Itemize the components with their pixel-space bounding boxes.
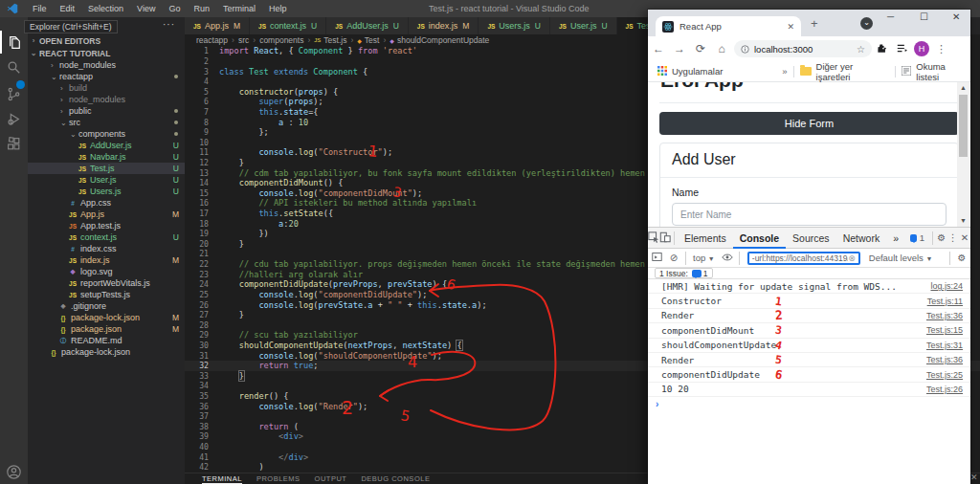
tab-search-button[interactable]: ⌄ xyxy=(860,17,873,30)
new-tab-button[interactable]: + xyxy=(811,16,818,31)
devtools-tab-sources[interactable]: Sources xyxy=(786,228,836,249)
console-prompt[interactable]: › xyxy=(648,397,970,410)
menu-selection[interactable]: Selection xyxy=(81,4,130,13)
clear-filter-icon[interactable]: ⊗ xyxy=(848,253,856,263)
editor-tab-app-js[interactable]: JSApp.jsM xyxy=(185,17,249,34)
source-link[interactable]: Test.js:15 xyxy=(926,325,963,335)
breadcrumb-item[interactable]: src xyxy=(238,35,249,45)
tree-item-app-js[interactable]: JSApp.jsM xyxy=(28,209,185,220)
devtools-settings-icon[interactable]: ⚙ xyxy=(936,232,947,243)
console-messages-icon[interactable] xyxy=(910,234,917,242)
tree-item-test-js[interactable]: JSTest.jsU xyxy=(28,163,185,174)
breadcrumb-item[interactable]: shouldComponentUpdate xyxy=(397,35,489,45)
issues-chip[interactable]: 1 Issue: 1 xyxy=(655,268,713,278)
live-expression-eye-icon[interactable] xyxy=(719,253,736,264)
bookmark-apps[interactable]: Uygulamalar xyxy=(672,66,723,77)
clear-console-icon[interactable]: ⊘ xyxy=(665,253,682,263)
tree-item-app-css[interactable]: #App.css xyxy=(28,197,185,209)
devtools-menu-icon[interactable]: ⋮ xyxy=(947,232,959,243)
explorer-icon[interactable] xyxy=(0,31,28,54)
tree-item-adduser-js[interactable]: JSAddUser.jsU xyxy=(28,140,185,151)
back-icon[interactable]: ← xyxy=(648,42,669,55)
menu-view[interactable]: View xyxy=(130,4,162,13)
tree-item-public[interactable]: ›public xyxy=(28,105,185,117)
tree-item-node-modules[interactable]: ›node_modules xyxy=(28,59,185,71)
tree-item-users-js[interactable]: JSUsers.jsU xyxy=(28,186,185,197)
close-button[interactable]: ✕ xyxy=(952,11,960,22)
reading-list-toolbar-icon[interactable] xyxy=(892,43,912,55)
minimize-button[interactable]: ─ xyxy=(887,11,894,22)
tree-item-node-modules[interactable]: ›node_modules xyxy=(28,94,185,105)
workspace-section[interactable]: ⌄ REACT TUTORIAL xyxy=(28,47,185,59)
panel-tab-terminal[interactable]: TERMINAL xyxy=(202,474,242,484)
source-link[interactable]: Test.js:31 xyxy=(926,341,963,350)
hide-form-button[interactable]: Hide Form xyxy=(659,112,959,135)
search-icon[interactable] xyxy=(0,55,28,78)
source-link[interactable]: Test.js:11 xyxy=(927,297,963,306)
tree-item-user-js[interactable]: JSUser.jsU xyxy=(28,174,185,186)
profile-avatar[interactable]: H xyxy=(914,41,929,56)
url-text[interactable]: localhost:3000 xyxy=(754,44,813,55)
console-filter[interactable]: ⊗ xyxy=(747,252,860,265)
tab-close-icon[interactable]: ✕ xyxy=(787,22,794,32)
page-scrollbar[interactable]: ▲ ▼ xyxy=(957,82,969,227)
tree-item-src[interactable]: ⌄src xyxy=(28,117,185,128)
tree-item-logo-svg[interactable]: ◆logo.svg xyxy=(28,266,185,277)
panel-tab-problems[interactable]: PROBLEMS xyxy=(256,474,301,483)
devtools-tab-network[interactable]: Network xyxy=(836,228,887,249)
breadcrumb-item[interactable]: Test.js xyxy=(323,35,346,45)
apps-grid-icon[interactable] xyxy=(657,66,667,77)
devtools-tab-console[interactable]: Console xyxy=(733,228,786,249)
breadcrumb-item[interactable]: components xyxy=(259,35,303,45)
tree-item--gitignore[interactable]: ◈.gitignore xyxy=(28,300,185,312)
menu-run[interactable]: Run xyxy=(187,4,216,13)
source-link[interactable]: Test.js:25 xyxy=(926,370,963,380)
tree-item-package-json[interactable]: {}package.jsonM xyxy=(28,323,185,335)
scroll-up-icon[interactable]: ▲ xyxy=(957,82,969,94)
execution-context-dropdown[interactable]: top ▼ xyxy=(693,253,715,263)
home-icon[interactable]: ⌂ xyxy=(711,42,732,55)
tree-item-context-js[interactable]: JScontext.jsU xyxy=(28,231,185,243)
log-levels-dropdown[interactable]: Default levels ▼ xyxy=(869,253,933,263)
background-close-icon[interactable]: ✕ xyxy=(970,473,978,482)
source-link[interactable]: log.js:24 xyxy=(930,281,963,291)
tree-item-index-css[interactable]: #index.css xyxy=(28,243,185,254)
maximize-button[interactable]: ☐ xyxy=(920,11,928,22)
editor-tab-users-js[interactable]: JSUsers.jsU xyxy=(479,17,549,34)
source-link[interactable]: Test.js:36 xyxy=(926,355,963,364)
editor-tab-user-js[interactable]: JSUser.jsU xyxy=(550,17,616,34)
menu-edit[interactable]: Edit xyxy=(54,4,82,13)
tree-item-package-lock-json[interactable]: {}package-lock.jsonM xyxy=(28,312,185,323)
breadcrumb-item[interactable]: Test xyxy=(365,35,380,45)
bookmark-reading-list[interactable]: Okuma listesi xyxy=(916,61,970,82)
forward-icon[interactable]: → xyxy=(669,42,690,55)
tree-item-navbar-js[interactable]: JSNavbar.jsU xyxy=(28,151,185,163)
source-control-icon[interactable] xyxy=(0,82,28,105)
browser-tab[interactable]: React App ✕ xyxy=(656,16,801,36)
tree-item-reportwebvitals-js[interactable]: JSreportWebVitals.js xyxy=(28,277,185,289)
sidebar-actions-icon[interactable]: ··· xyxy=(163,19,175,30)
address-bar[interactable]: localhost:3000 ☆ xyxy=(734,40,872,57)
run-debug-icon[interactable] xyxy=(0,107,28,130)
tree-item-readme-md[interactable]: ⓘREADME.md xyxy=(28,335,185,346)
reload-icon[interactable]: ⟳ xyxy=(690,42,711,55)
menu-terminal[interactable]: Terminal xyxy=(216,4,262,13)
tree-item-components[interactable]: ⌄components xyxy=(28,128,185,140)
editor-tab-adduser-js[interactable]: JSAddUser.jsU xyxy=(326,17,408,34)
tree-item-app-test-js[interactable]: JSApp.test.js xyxy=(28,220,185,231)
devtools-close-icon[interactable]: ✕ xyxy=(959,232,970,243)
breadcrumb-item[interactable]: reactapp xyxy=(196,35,228,45)
bookmark-star-icon[interactable]: ☆ xyxy=(857,44,865,55)
extensions-puzzle-icon[interactable] xyxy=(872,43,892,55)
editor-tab-index-js[interactable]: JSindex.jsM xyxy=(409,17,479,34)
scrollbar-thumb[interactable] xyxy=(959,95,968,157)
tree-item-build[interactable]: ›build xyxy=(28,82,185,94)
bookmarks-overflow-icon[interactable]: » xyxy=(782,66,787,77)
source-link[interactable]: Test.js:36 xyxy=(926,311,963,320)
device-toolbar-icon[interactable] xyxy=(659,231,671,245)
menu-go[interactable]: Go xyxy=(162,4,187,13)
editor-tab-context-js[interactable]: JScontext.jsU xyxy=(250,17,325,34)
console-filter-input[interactable] xyxy=(752,253,848,263)
console-sidebar-icon[interactable] xyxy=(648,252,665,264)
scroll-down-icon[interactable]: ▼ xyxy=(957,215,969,227)
